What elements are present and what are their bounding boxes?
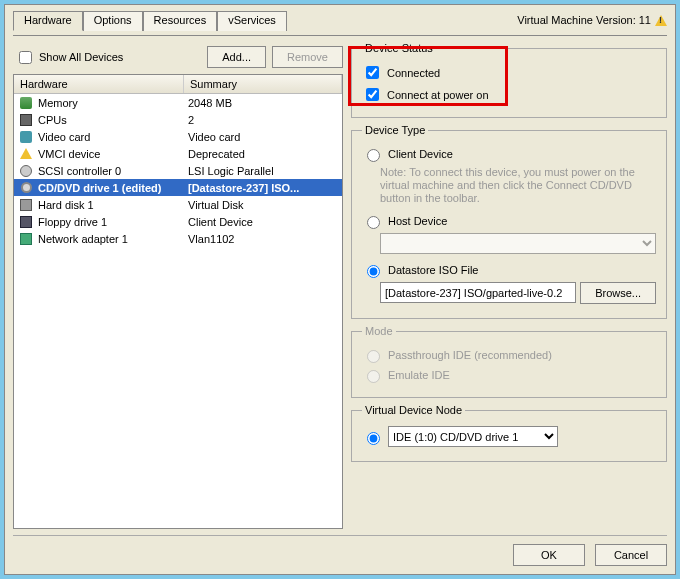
tab-hardware[interactable]: Hardware [13, 11, 83, 31]
vdn-legend: Virtual Device Node [362, 404, 465, 416]
emulate-radio [367, 370, 380, 383]
device-type-legend: Device Type [362, 124, 428, 136]
iso-path-input[interactable] [380, 282, 576, 303]
mode-legend: Mode [362, 325, 396, 337]
host-device-radio[interactable] [367, 216, 380, 229]
connect-power-on-checkbox[interactable] [366, 88, 379, 101]
vdn-combo[interactable]: IDE (1:0) CD/DVD drive 1 [388, 426, 558, 447]
ico-video-icon [20, 131, 32, 143]
hw-name: CD/DVD drive 1 (edited) [38, 182, 188, 194]
col-hardware[interactable]: Hardware [14, 75, 184, 93]
connected-label: Connected [387, 67, 440, 79]
hw-summary: 2 [188, 114, 338, 126]
hw-name: Video card [38, 131, 188, 143]
show-all-devices[interactable]: Show All Devices [15, 48, 123, 67]
passthrough-radio [367, 350, 380, 363]
hw-summary: LSI Logic Parallel [188, 165, 338, 177]
col-summary[interactable]: Summary [184, 75, 342, 93]
host-device-combo [380, 233, 656, 254]
datastore-iso-label: Datastore ISO File [388, 264, 478, 276]
hw-name: CPUs [38, 114, 188, 126]
device-type-group: Device Type Client Device Note: To conne… [351, 124, 667, 319]
mode-group: Mode Passthrough IDE (recommended) Emula… [351, 325, 667, 398]
tab-vservices[interactable]: vServices [217, 11, 287, 31]
host-device-label: Host Device [388, 215, 447, 227]
vm-version-label: Virtual Machine Version: 11 [517, 14, 651, 26]
ico-hd-icon [20, 199, 32, 211]
hw-name: VMCI device [38, 148, 188, 160]
device-status-legend: Device Status [362, 42, 436, 54]
client-device-radio[interactable] [367, 149, 380, 162]
vm-settings-window: Hardware Options Resources vServices Vir… [4, 4, 676, 575]
datastore-iso-radio[interactable] [367, 265, 380, 278]
hw-name: Hard disk 1 [38, 199, 188, 211]
hw-summary: Virtual Disk [188, 199, 338, 211]
hw-summary: Client Device [188, 216, 338, 228]
hw-row[interactable]: Hard disk 1Virtual Disk [14, 196, 342, 213]
tab-resources[interactable]: Resources [143, 11, 218, 31]
hw-summary: 2048 MB [188, 97, 338, 109]
connect-power-on-label: Connect at power on [387, 89, 489, 101]
hw-row[interactable]: SCSI controller 0LSI Logic Parallel [14, 162, 342, 179]
tab-options[interactable]: Options [83, 11, 143, 31]
hw-row[interactable]: Floppy drive 1Client Device [14, 213, 342, 230]
virtual-device-node-group: Virtual Device Node IDE (1:0) CD/DVD dri… [351, 404, 667, 462]
hw-name: SCSI controller 0 [38, 165, 188, 177]
ico-mem-icon [20, 97, 32, 109]
emulate-label: Emulate IDE [388, 369, 450, 381]
hw-summary: Vlan1102 [188, 233, 338, 245]
hw-name: Memory [38, 97, 188, 109]
vm-version: Virtual Machine Version: 11 [517, 14, 667, 26]
ico-cpu-icon [20, 114, 32, 126]
hw-row[interactable]: VMCI deviceDeprecated [14, 145, 342, 162]
hw-summary: [Datastore-237] ISO... [188, 182, 338, 194]
show-all-devices-label: Show All Devices [39, 51, 123, 63]
ico-vmci-icon [20, 148, 32, 159]
ok-button[interactable]: OK [513, 544, 585, 566]
hw-summary: Deprecated [188, 148, 338, 160]
hw-row[interactable]: Video cardVideo card [14, 128, 342, 145]
hw-row[interactable]: CPUs2 [14, 111, 342, 128]
hw-name: Network adapter 1 [38, 233, 188, 245]
connected-checkbox[interactable] [366, 66, 379, 79]
tabs: Hardware Options Resources vServices [13, 10, 287, 30]
remove-button: Remove [272, 46, 343, 68]
ico-nic-icon [20, 233, 32, 245]
ico-floppy-icon [20, 216, 32, 228]
cancel-button[interactable]: Cancel [595, 544, 667, 566]
vdn-radio[interactable] [367, 432, 380, 445]
warning-icon [655, 15, 667, 26]
hw-row[interactable]: Memory2048 MB [14, 94, 342, 111]
client-device-note: Note: To connect this device, you must p… [380, 166, 656, 205]
hw-row[interactable]: Network adapter 1Vlan1102 [14, 230, 342, 247]
show-all-devices-checkbox[interactable] [19, 51, 32, 64]
hw-row[interactable]: CD/DVD drive 1 (edited)[Datastore-237] I… [14, 179, 342, 196]
hw-name: Floppy drive 1 [38, 216, 188, 228]
client-device-label: Client Device [388, 148, 453, 160]
browse-button[interactable]: Browse... [580, 282, 656, 304]
hw-summary: Video card [188, 131, 338, 143]
device-status-group: Device Status Connected Connect at power… [351, 42, 667, 118]
add-button[interactable]: Add... [207, 46, 266, 68]
ico-scsi-icon [20, 165, 32, 177]
hardware-table: Hardware Summary Memory2048 MBCPUs2Video… [13, 74, 343, 529]
passthrough-label: Passthrough IDE (recommended) [388, 349, 552, 361]
ico-cd-icon [21, 182, 32, 193]
